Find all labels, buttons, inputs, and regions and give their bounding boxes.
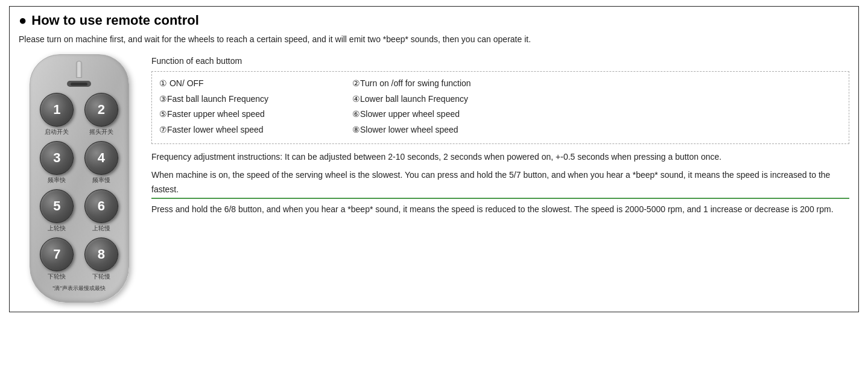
btn-cell-7: 7 下轮快 xyxy=(37,238,77,281)
remote-speaker-inner xyxy=(71,83,87,86)
btn-cell-5: 5 上轮快 xyxy=(37,189,77,233)
func-right-1: ④Lower ball launch Frequency xyxy=(352,92,841,107)
remote-button-1[interactable]: 1 xyxy=(40,93,74,127)
instructions: Frequency adjustment instructions: It ca… xyxy=(151,150,849,217)
btn-label-3: 频率快 xyxy=(48,176,66,184)
remote-container: 1 启动开关 2 摇头开关 3 频率快 4 频率慢 xyxy=(19,54,139,303)
instruction-3: Press and hold the 6/8 button, and when … xyxy=(151,203,849,217)
remote-button-6[interactable]: 6 xyxy=(84,189,118,223)
remote-button-3[interactable]: 3 xyxy=(40,141,74,175)
remote-button-2[interactable]: 2 xyxy=(84,93,118,127)
button-grid: 1 启动开关 2 摇头开关 3 频率快 4 频率慢 xyxy=(37,93,121,281)
btn-cell-1: 1 启动开关 xyxy=(37,93,77,136)
btn-label-8: 下轮慢 xyxy=(92,272,110,281)
remote-button-8[interactable]: 8 xyxy=(84,238,118,271)
func-right-2: ⑥Slower upper wheel speed xyxy=(352,107,841,122)
function-row-1: ③Fast ball launch Frequency ④Lower ball … xyxy=(159,92,841,107)
func-left-2: ⑤Faster upper wheel speed xyxy=(159,107,352,122)
btn-label-5: 上轮快 xyxy=(48,224,66,233)
btn-label-7: 下轮快 xyxy=(48,272,66,281)
remote-bottom-text: "滴"声表示最慢或最快 xyxy=(37,285,121,292)
btn-label-6: 上轮慢 xyxy=(92,224,110,233)
func-left-1: ③Fast ball launch Frequency xyxy=(159,92,352,107)
button-functions-box: ① ON/ OFF ②Turn on /off for swing functi… xyxy=(151,71,849,144)
instruction-2: When machine is on, the speed of the ser… xyxy=(151,168,849,200)
function-row-0: ① ON/ OFF ②Turn on /off for swing functi… xyxy=(159,77,841,91)
remote-button-7[interactable]: 7 xyxy=(40,238,74,271)
right-content: Function of each buttom ① ON/ OFF ②Turn … xyxy=(151,54,849,217)
remote-control: 1 启动开关 2 摇头开关 3 频率快 4 频率慢 xyxy=(30,54,129,303)
section-title: ● How to use remote control xyxy=(19,13,849,28)
btn-cell-8: 8 下轮慢 xyxy=(81,238,121,281)
bullet-icon: ● xyxy=(19,14,27,27)
btn-cell-2: 2 摇头开关 xyxy=(81,93,121,136)
btn-cell-6: 6 上轮慢 xyxy=(81,189,121,233)
remote-button-5[interactable]: 5 xyxy=(40,189,74,223)
btn-label-2: 摇头开关 xyxy=(89,128,113,136)
function-title: Function of each buttom xyxy=(151,54,849,69)
btn-cell-4: 4 频率慢 xyxy=(81,141,121,184)
instruction-2-text: When machine is on, the speed of the ser… xyxy=(151,170,830,194)
func-left-3: ⑦Faster lower wheel speed xyxy=(159,123,352,137)
page-container: ● How to use remote control Please turn … xyxy=(9,6,859,312)
func-right-3: ⑧Slower lower wheel speed xyxy=(352,123,841,137)
remote-speaker xyxy=(67,81,91,87)
func-left-0: ① ON/ OFF xyxy=(159,77,352,91)
intro-text: Please turn on machine first, and wait f… xyxy=(19,33,849,46)
page-title: How to use remote control xyxy=(31,13,198,28)
function-row-2: ⑤Faster upper wheel speed ⑥Slower upper … xyxy=(159,107,841,122)
remote-button-4[interactable]: 4 xyxy=(84,141,118,175)
instruction-1: Frequency adjustment instructions: It ca… xyxy=(151,150,849,165)
content-area: 1 启动开关 2 摇头开关 3 频率快 4 频率慢 xyxy=(19,54,849,303)
btn-label-4: 频率慢 xyxy=(92,176,110,184)
btn-cell-3: 3 频率快 xyxy=(37,141,77,184)
remote-antenna xyxy=(76,61,82,78)
func-right-0: ②Turn on /off for swing function xyxy=(352,77,841,91)
btn-label-1: 启动开关 xyxy=(45,128,69,136)
function-row-3: ⑦Faster lower wheel speed ⑧Slower lower … xyxy=(159,123,841,137)
